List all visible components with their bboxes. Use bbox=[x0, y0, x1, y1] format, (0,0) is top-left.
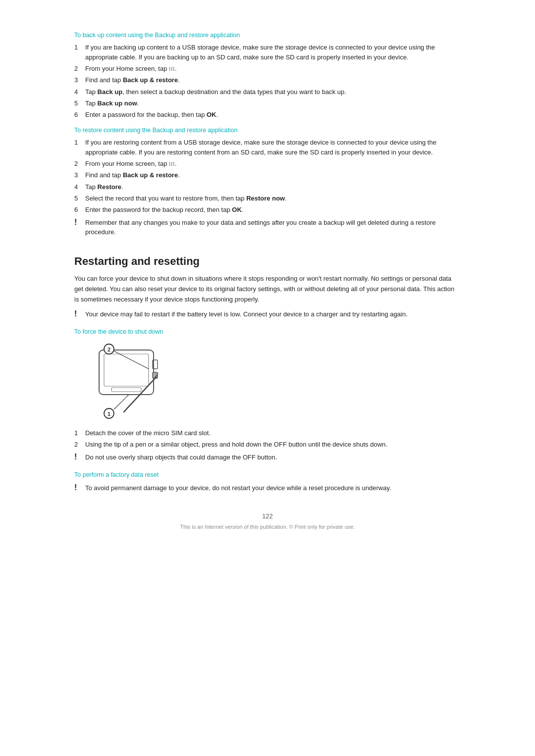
list-item: 6 Enter the password for the backup reco… bbox=[74, 205, 461, 215]
list-item: 1 If you are restoring content from a US… bbox=[74, 138, 461, 157]
factory-reset-note-row: ! To avoid permanent damage to your devi… bbox=[74, 483, 461, 493]
step-number: 2 bbox=[74, 64, 85, 74]
list-item: 2 Using the tip of a pen or a similar ob… bbox=[74, 440, 461, 450]
factory-reset-note: To avoid permanent damage to your device… bbox=[85, 483, 461, 493]
step-number: 3 bbox=[74, 75, 85, 85]
step-number: 1 bbox=[74, 428, 85, 438]
factory-reset-heading: To perform a factory data reset bbox=[74, 471, 461, 478]
step-number: 4 bbox=[74, 87, 85, 97]
restore-note-row: ! Remember that any changes you make to … bbox=[74, 218, 461, 237]
step-text: Select the record that you want to resto… bbox=[85, 194, 461, 203]
step-text: Find and tap Back up & restore. bbox=[85, 170, 461, 180]
step-text: Tap Back up, then select a backup destin… bbox=[85, 87, 461, 97]
device-diagram: 1 2 bbox=[84, 340, 173, 419]
restore-steps-list: 1 If you are restoring content from a US… bbox=[74, 138, 461, 215]
note-icon: ! bbox=[74, 309, 85, 318]
step-text: If you are backing up content to a USB s… bbox=[85, 43, 461, 62]
main-description: You can force your device to shut down i… bbox=[74, 274, 461, 304]
step-number: 4 bbox=[74, 182, 85, 192]
page-number: 122 bbox=[74, 512, 461, 520]
svg-rect-1 bbox=[104, 354, 149, 386]
force-shutdown-heading: To force the device to shut down bbox=[74, 328, 461, 335]
step-text: If you are restoring content from a USB … bbox=[85, 138, 461, 157]
step-text: Enter a password for the backup, then ta… bbox=[85, 110, 461, 120]
restore-heading: To restore content using the Backup and … bbox=[74, 127, 461, 134]
list-item: 5 Tap Back up now. bbox=[74, 99, 461, 108]
step-text: Enter the password for the backup record… bbox=[85, 205, 461, 215]
list-item: 2 From your Home screen, tap ⁞⁞⁞. bbox=[74, 159, 461, 169]
step-number: 1 bbox=[74, 43, 85, 62]
force-shutdown-steps: 1 Detach the cover of the micro SIM card… bbox=[74, 428, 461, 450]
battery-note-row: ! Your device may fail to restart if the… bbox=[74, 309, 461, 319]
step-number: 2 bbox=[74, 159, 85, 169]
step-number: 5 bbox=[74, 99, 85, 108]
list-item: 3 Find and tap Back up & restore. bbox=[74, 75, 461, 85]
note-icon: ! bbox=[74, 453, 85, 461]
step-text: From your Home screen, tap ⁞⁞⁞. bbox=[85, 159, 461, 169]
step-text: Tap Back up now. bbox=[85, 99, 461, 108]
note-icon: ! bbox=[74, 483, 85, 492]
note-icon: ! bbox=[74, 218, 85, 227]
svg-text:2: 2 bbox=[107, 347, 110, 353]
step-number: 6 bbox=[74, 205, 85, 215]
list-item: 5 Select the record that you want to res… bbox=[74, 194, 461, 203]
step-text: Using the tip of a pen or a similar obje… bbox=[85, 440, 461, 450]
backup-steps-list: 1 If you are backing up content to a USB… bbox=[74, 43, 461, 120]
list-item: 1 Detach the cover of the micro SIM card… bbox=[74, 428, 461, 438]
svg-rect-2 bbox=[111, 388, 141, 392]
device-svg: 1 2 bbox=[84, 340, 173, 419]
main-title: Restarting and resetting bbox=[74, 255, 461, 268]
step-number: 6 bbox=[74, 110, 85, 120]
svg-text:1: 1 bbox=[107, 411, 110, 417]
step-number: 3 bbox=[74, 170, 85, 180]
list-item: 3 Find and tap Back up & restore. bbox=[74, 170, 461, 180]
step-text: Detach the cover of the micro SIM card s… bbox=[85, 428, 461, 438]
step-text: From your Home screen, tap ⁞⁞⁞. bbox=[85, 64, 461, 74]
list-item: 2 From your Home screen, tap ⁞⁞⁞. bbox=[74, 64, 461, 74]
backup-heading: To back up content using the Backup and … bbox=[74, 32, 461, 39]
sharp-objects-note: Do not use overly sharp objects that cou… bbox=[85, 453, 461, 462]
footer-text: This is an Internet version of this publ… bbox=[74, 524, 461, 530]
list-item: 1 If you are backing up content to a USB… bbox=[74, 43, 461, 62]
list-item: 4 Tap Back up, then select a backup dest… bbox=[74, 87, 461, 97]
svg-line-7 bbox=[114, 395, 129, 409]
battery-note: Your device may fail to restart if the b… bbox=[85, 309, 461, 319]
step-number: 1 bbox=[74, 138, 85, 157]
restore-note: Remember that any changes you make to yo… bbox=[85, 218, 461, 237]
step-number: 5 bbox=[74, 194, 85, 203]
step-number: 2 bbox=[74, 440, 85, 450]
list-item: 6 Enter a password for the backup, then … bbox=[74, 110, 461, 120]
list-item: 4 Tap Restore. bbox=[74, 182, 461, 192]
step-text: Find and tap Back up & restore. bbox=[85, 75, 461, 85]
sharp-objects-note-row: ! Do not use overly sharp objects that c… bbox=[74, 453, 461, 462]
step-text: Tap Restore. bbox=[85, 182, 461, 192]
page-content: To back up content using the Backup and … bbox=[74, 0, 461, 569]
